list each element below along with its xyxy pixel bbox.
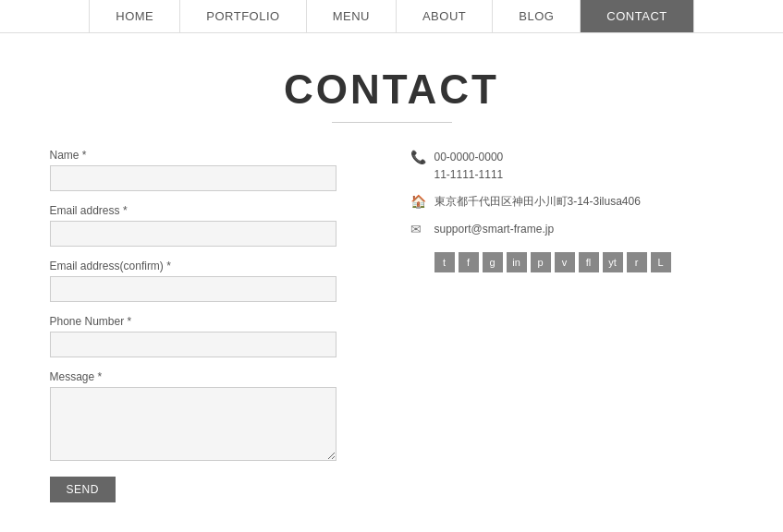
email-info-row: ✉ support@smart-frame.jp	[410, 221, 734, 239]
phone-field-group: Phone Number *	[50, 315, 336, 357]
main-navigation: HOME PORTFOLIO MENU ABOUT BLOG CONTACT	[0, 0, 783, 33]
social-pinterest[interactable]: p	[531, 252, 551, 272]
social-flickr[interactable]: fl	[579, 252, 599, 272]
nav-about[interactable]: ABOUT	[397, 0, 493, 32]
nav-menu[interactable]: MENU	[307, 0, 397, 32]
social-facebook[interactable]: f	[459, 252, 479, 272]
email-confirm-label: Email address(confirm) *	[50, 260, 336, 272]
name-label: Name *	[50, 149, 336, 162]
social-twitter[interactable]: t	[434, 252, 455, 272]
email-text: support@smart-frame.jp	[434, 221, 555, 238]
social-icons-container: t f g in p v fl yt r L	[410, 252, 734, 272]
title-underline	[332, 122, 452, 123]
email-label: Email address *	[50, 204, 336, 217]
message-textarea[interactable]	[50, 387, 336, 461]
nav-portfolio[interactable]: PORTFOLIO	[180, 0, 306, 32]
main-content: Name * Email address * Email address(con…	[31, 149, 752, 532]
social-youtube[interactable]: yt	[603, 252, 623, 272]
address-info-row: 🏠 東京都千代田区神田小川町3-14-3ilusa406	[410, 193, 734, 212]
phone1: 00-0000-0000	[434, 149, 504, 166]
name-input[interactable]	[50, 165, 336, 191]
email-icon: ✉	[410, 221, 427, 239]
phone-icon: 📞	[410, 149, 427, 167]
page-title: CONTACT	[0, 66, 783, 113]
email-confirm-input[interactable]	[50, 276, 336, 302]
phone2: 11-1111-1111	[434, 166, 504, 184]
social-line[interactable]: L	[651, 252, 671, 272]
phone-label: Phone Number *	[50, 315, 336, 328]
address-icon: 🏠	[410, 193, 427, 212]
email-confirm-field-group: Email address(confirm) *	[50, 260, 336, 302]
page-title-section: CONTACT	[0, 33, 783, 149]
phone-info-row: 📞 00-0000-0000 11-1111-1111	[410, 149, 734, 184]
nav-home[interactable]: HOME	[89, 0, 180, 32]
social-linkedin[interactable]: in	[507, 252, 527, 272]
name-field-group: Name *	[50, 149, 336, 191]
nav-contact[interactable]: CONTACT	[581, 0, 693, 32]
email-field-group: Email address *	[50, 204, 336, 247]
phone-input[interactable]	[50, 332, 336, 357]
address-text: 東京都千代田区神田小川町3-14-3ilusa406	[434, 193, 641, 211]
nav-blog[interactable]: BLOG	[493, 0, 581, 32]
social-rss[interactable]: r	[627, 252, 647, 272]
email-input[interactable]	[50, 221, 336, 247]
message-field-group: Message *	[50, 370, 336, 464]
social-google-plus[interactable]: g	[483, 252, 503, 272]
send-button[interactable]: SEND	[50, 477, 116, 502]
contact-info-section: 📞 00-0000-0000 11-1111-1111 🏠 東京都千代田区神田小…	[336, 149, 734, 502]
contact-form-section: Name * Email address * Email address(con…	[50, 149, 336, 502]
phone-info-text: 00-0000-0000 11-1111-1111	[434, 149, 504, 184]
social-vimeo[interactable]: v	[555, 252, 575, 272]
message-label: Message *	[50, 370, 336, 383]
